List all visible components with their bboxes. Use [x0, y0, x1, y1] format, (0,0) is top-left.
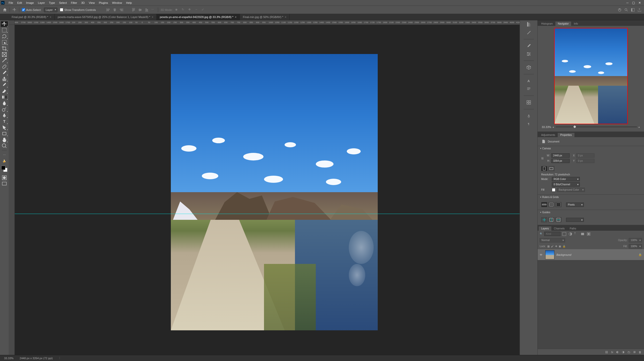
brush-tool[interactable] — [1, 70, 8, 76]
move-tool[interactable] — [1, 21, 8, 27]
color-panel-icon[interactable] — [526, 22, 531, 27]
navigator-zoom-slider[interactable] — [556, 127, 637, 127]
link-wh-icon[interactable]: ⛓ — [541, 157, 544, 160]
paragraph-panel-icon[interactable] — [526, 86, 531, 92]
fill-color-swatch[interactable] — [552, 188, 555, 192]
guides-section-header[interactable]: Guides — [538, 210, 644, 215]
orient-landscape-icon[interactable] — [548, 166, 554, 171]
layer-filter-input[interactable] — [544, 232, 560, 236]
canvas-guide-icon[interactable] — [548, 217, 554, 222]
align-bottom-icon[interactable] — [145, 8, 149, 12]
blur-tool[interactable] — [1, 100, 8, 106]
share-icon[interactable] — [637, 8, 641, 12]
status-zoom[interactable]: 33.33% — [4, 357, 13, 360]
zoom-out-icon[interactable]: ▴ — [553, 125, 554, 129]
window-maximize-icon[interactable]: ▢ — [632, 1, 635, 5]
auto-select-mode-dropdown[interactable]: Layer — [44, 8, 58, 12]
object-select-tool[interactable] — [1, 40, 8, 45]
history-brush-tool[interactable] — [1, 82, 8, 88]
align-left-icon[interactable] — [106, 8, 110, 12]
close-icon[interactable]: × — [50, 15, 51, 19]
filter-adjust-icon[interactable] — [568, 232, 573, 236]
swatches-panel-icon[interactable] — [526, 30, 531, 35]
ruler-horizontal[interactable]: 6003700380012001300140015001600170010020… — [15, 20, 520, 25]
healing-tool[interactable] — [1, 64, 8, 69]
guide-horizontal[interactable] — [15, 214, 520, 214]
type-tool[interactable]: T — [1, 119, 8, 124]
orient-portrait-icon[interactable] — [541, 166, 547, 171]
layer-name[interactable]: Background — [556, 253, 571, 256]
grid-icon[interactable] — [548, 202, 554, 207]
guide-toggle-icon[interactable] — [541, 217, 547, 222]
menu-plugins[interactable]: Plugins — [97, 1, 110, 4]
menu-select[interactable]: Select — [57, 1, 69, 4]
pen-tool[interactable] — [1, 113, 8, 118]
search-icon[interactable]: 🔍 — [540, 232, 543, 235]
tab-channels[interactable]: Channels — [551, 226, 567, 231]
canvas-height-input[interactable] — [551, 159, 570, 163]
zoom-tool[interactable] — [1, 143, 8, 149]
status-dimensions[interactable]: 2448 px x 3264 px (72 ppi) — [20, 357, 53, 360]
tab-properties[interactable]: Properties — [558, 133, 574, 137]
path-select-tool[interactable] — [1, 125, 8, 130]
edit-toolbar[interactable]: ⋯ — [1, 152, 8, 158]
menu-filter[interactable]: Filter — [69, 1, 79, 4]
filter-type-icon[interactable]: T — [574, 232, 579, 236]
marquee-tool[interactable] — [1, 27, 8, 33]
character-panel-icon[interactable]: A — [526, 78, 531, 83]
fill-dropdown[interactable]: Background Color — [557, 188, 585, 192]
lasso-tool[interactable] — [1, 33, 8, 39]
more-align-icon[interactable]: ⋯ — [151, 8, 155, 12]
align-center-v-icon[interactable] — [138, 8, 142, 12]
visibility-icon[interactable]: 👁 — [540, 253, 543, 256]
tab-histogram[interactable]: Histogram — [539, 22, 555, 26]
home-icon[interactable] — [3, 8, 7, 12]
tab-paths[interactable]: Paths — [567, 226, 579, 231]
menu-help[interactable]: Help — [124, 1, 134, 4]
rulers-section-header[interactable]: Rulers & Grids — [538, 195, 644, 200]
filter-toggle[interactable] — [640, 232, 642, 236]
link-layers-icon[interactable]: ⛓ — [605, 351, 608, 354]
banana-tool[interactable]: 🍌 — [1, 158, 8, 164]
doc-tab-3[interactable]: Final-min.jpg @ 50% (RGB/8#) *× — [240, 14, 290, 20]
brushes-panel-icon[interactable] — [526, 43, 531, 48]
align-top-icon[interactable] — [131, 8, 136, 12]
navigator-thumbnail[interactable] — [554, 28, 628, 124]
eraser-tool[interactable] — [1, 88, 8, 94]
tab-layers[interactable]: Layers — [539, 226, 551, 231]
pixel-grid-icon[interactable] — [555, 202, 562, 207]
new-layer-icon[interactable]: ⊞ — [633, 350, 636, 354]
zoom-in-icon[interactable]: ▴ — [638, 125, 640, 129]
bit-depth-dropdown[interactable]: 8 Bits/Channel — [552, 182, 580, 187]
layer-item[interactable]: 👁 Background 🔒 — [538, 249, 644, 260]
layer-thumbnail[interactable] — [545, 250, 554, 259]
layer-mask-icon[interactable]: ◐ — [616, 350, 619, 354]
brush-settings-panel-icon[interactable] — [526, 51, 531, 57]
delete-layer-icon[interactable]: 🗑 — [639, 351, 641, 354]
lock-image-icon[interactable]: 🖌 — [551, 245, 554, 248]
canvas-section-header[interactable]: Canvas — [538, 146, 644, 151]
libraries-panel-icon[interactable] — [526, 65, 531, 70]
lock-all-icon[interactable]: 🔒 — [563, 245, 566, 248]
quick-mask-icon[interactable] — [1, 175, 8, 181]
ruler-icon[interactable] — [541, 202, 547, 207]
menu-image[interactable]: Image — [24, 1, 36, 4]
menu-edit[interactable]: Edit — [15, 1, 24, 4]
eyedropper-tool[interactable] — [1, 58, 8, 63]
window-close-icon[interactable]: ✕ — [638, 1, 641, 5]
color-swatch[interactable] — [1, 166, 7, 172]
search-icon[interactable] — [624, 8, 628, 12]
color-mode-dropdown[interactable]: RGB Color — [552, 177, 580, 181]
menu-file[interactable]: File — [7, 1, 15, 4]
layer-style-icon[interactable]: fx — [611, 351, 613, 354]
ruler-vertical[interactable] — [9, 25, 15, 355]
doc-tab-0[interactable]: Final.psd @ 33.3% (RGB/8) *× — [9, 14, 55, 20]
glyphs-panel-icon[interactable] — [526, 100, 531, 105]
show-transform-checkbox[interactable]: Show Transform Controls — [60, 8, 96, 11]
tab-navigator[interactable]: Navigator — [555, 22, 571, 26]
patterns-panel-icon[interactable]: ¶ — [526, 121, 531, 127]
styles-panel-icon[interactable]: A̲ — [526, 113, 531, 118]
frame-tool[interactable] — [1, 52, 8, 57]
dodge-tool[interactable] — [1, 106, 8, 112]
filter-image-icon[interactable] — [562, 232, 567, 236]
